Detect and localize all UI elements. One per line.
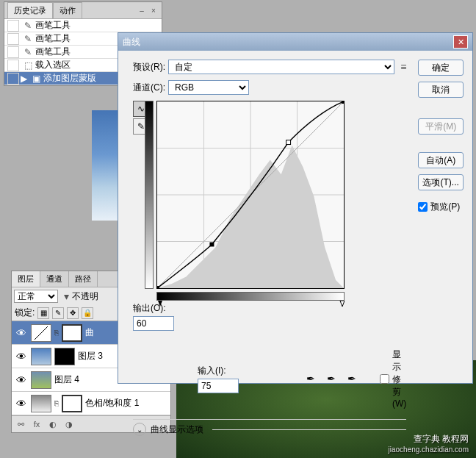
brush-icon: ✎ [21,21,35,31]
output-gradient [145,101,154,289]
preset-menu-icon[interactable]: ≡ [400,61,406,73]
svg-rect-9 [157,286,159,288]
black-point-slider[interactable] [158,301,162,307]
history-label: 画笔工具 [35,19,71,32]
gray-eyedropper-icon[interactable]: ✒ [324,371,339,386]
layer-thumb[interactable] [31,324,51,342]
brush-icon: ✎ [21,34,35,44]
eye-icon[interactable]: 👁 [15,326,28,340]
history-label: 画笔工具 [35,32,71,45]
auto-button[interactable]: 自动(A) [418,152,464,168]
mask-thumb[interactable] [54,348,75,365]
selection-icon: ⬚ [21,60,35,71]
minimize-icon[interactable]: – [137,6,147,15]
mask-thumb[interactable] [62,395,82,412]
expand-icon[interactable]: ⌄ [133,423,146,436]
channel-label: 通道(C): [127,82,165,94]
expand-label: 曲线显示选项 [151,423,203,436]
svg-rect-8 [286,140,291,145]
ok-button[interactable]: 确定 [418,60,464,76]
black-eyedropper-icon[interactable]: ✒ [303,371,318,386]
history-label: 画笔工具 [35,46,71,58]
link-layers-icon[interactable]: ⚯ [14,418,27,430]
fx-icon[interactable]: fx [30,418,43,430]
white-point-slider[interactable] [340,301,345,307]
close-icon[interactable]: × [148,6,159,15]
eye-icon[interactable]: 👁 [15,350,28,363]
lock-transparent-icon[interactable]: ▦ [37,307,49,319]
cancel-button[interactable]: 取消 [418,82,464,98]
opacity-label: 不透明 [72,290,98,303]
adjustment-icon[interactable]: ◑ [62,418,76,430]
layer-thumb[interactable] [31,371,51,389]
layer-thumb[interactable] [31,348,51,365]
tab-channels[interactable]: 通道 [40,271,69,287]
history-label: 载入选区 [35,59,71,71]
lock-label: 锁定: [15,307,35,319]
mask-thumb[interactable] [62,324,82,342]
mask-add-icon[interactable]: ◐ [46,418,60,430]
layer-name: 图层 3 [78,350,103,362]
blend-mode-select[interactable]: 正常 [14,290,58,303]
svg-rect-7 [209,242,214,246]
preset-label: 预设(R): [127,61,165,74]
close-button[interactable]: ✕ [453,35,468,49]
preset-select[interactable]: 自定 [168,60,394,74]
channel-select[interactable]: RGB [168,80,249,95]
layer-name: 图层 4 [54,373,79,386]
tab-layers[interactable]: 图层 [12,271,40,287]
panel-header: 历史记录 动作 – × [4,2,162,19]
svg-rect-10 [342,101,344,104]
brush-icon: ✎ [21,47,35,57]
link-icon: ⎘ [54,329,59,337]
show-clip-checkbox[interactable]: 显示修剪 (W) [380,348,406,409]
chevron-down-icon[interactable]: ▾ [64,290,69,302]
options-button[interactable]: 选项(T)... [418,174,464,190]
input-input[interactable] [198,379,239,393]
lock-position-icon[interactable]: ✥ [67,307,79,319]
dialog-title: 曲线 [123,36,140,49]
layer-thumb[interactable] [31,395,51,412]
preview-checkbox[interactable]: 预览(P) [418,201,464,213]
history-item[interactable]: ✎ 画笔工具 [4,19,162,32]
mask-icon: ▣ [29,74,43,84]
eye-icon[interactable]: 👁 [15,373,28,387]
tab-actions[interactable]: 动作 [53,2,82,18]
watermark: 查字典 教程网 jiaocheng.chazidian.com [388,433,469,454]
link-icon: ⎘ [54,399,59,407]
history-label: 添加图层蒙版 [43,72,96,85]
input-gradient [156,292,345,301]
tab-history[interactable]: 历史记录 [7,2,53,18]
curve-graph[interactable] [156,101,345,289]
eye-icon[interactable]: 👁 [15,397,28,410]
dialog-titlebar[interactable]: 曲线 ✕ [118,33,472,51]
layer-name: 曲 [85,326,94,339]
output-input[interactable] [133,316,174,331]
lock-pixels-icon[interactable]: ✎ [52,307,64,319]
curves-dialog: 曲线 ✕ 预设(R): 自定 ≡ 通道(C): RGB ∿ ✎ [118,32,473,384]
lock-all-icon[interactable]: 🔒 [82,307,93,319]
smooth-button[interactable]: 平滑(M) [418,118,464,135]
input-label: 输入(I): [198,365,239,377]
white-eyedropper-icon[interactable]: ✒ [345,371,359,386]
tab-paths[interactable]: 路径 [69,271,98,287]
